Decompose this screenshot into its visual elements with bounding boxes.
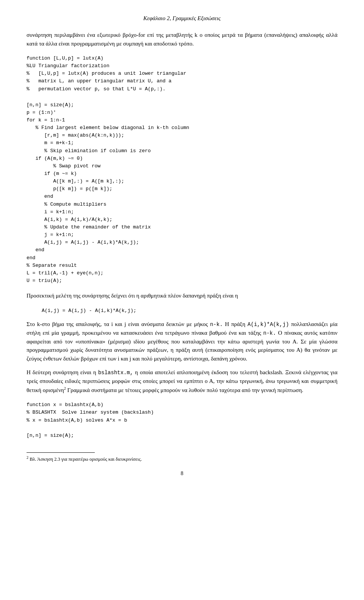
- chapter-title: Κεφάλαιο 2, Γραμμικές Εξισώσεις: [143, 15, 221, 21]
- footnote-divider: [27, 452, 95, 453]
- formula-1: A(i,j) = A(i,j) - A(i,k)*A(k,j);: [42, 306, 337, 316]
- intro-paragraph: συνάρτηση περιλαμβάνει ένα εξωτερικό βρό…: [27, 31, 337, 48]
- page-header: Κεφάλαιο 2, Γραμμικές Εξισώσεις: [27, 15, 337, 22]
- footnote-number: 2: [27, 455, 28, 460]
- page-number: 8: [27, 471, 337, 477]
- page: Κεφάλαιο 2, Γραμμικές Εξισώσεις συνάρτησ…: [0, 0, 364, 600]
- paragraph-3: Η δεύτερη συνάρτηση είναι η bslashtx.m, …: [27, 368, 337, 394]
- code-block-2: [n,n] = size(A); p = (1:n)' for k = 1:n-…: [27, 100, 337, 286]
- superscript-2: 2: [64, 386, 66, 391]
- code-block-3: function x = bslashtx(A,b) % BSLASHTX So…: [27, 400, 337, 441]
- paragraph-2: Στο k-στο βήμα της απαλοιφής, τα i και j…: [27, 320, 337, 363]
- footnote-section: 2 Βλ. Άσκηση 2.3 για περαιτέρω ορισμούς …: [27, 452, 337, 463]
- footnote-text: 2 Βλ. Άσκηση 2.3 για περαιτέρω ορισμούς …: [27, 455, 337, 463]
- code-block-1: function [L,U,p] = lutx(A) %LU Triangula…: [27, 53, 337, 94]
- paragraph-proektiki: Προσεκτική μελέτη της συνάρτησης δείχνει…: [27, 291, 337, 300]
